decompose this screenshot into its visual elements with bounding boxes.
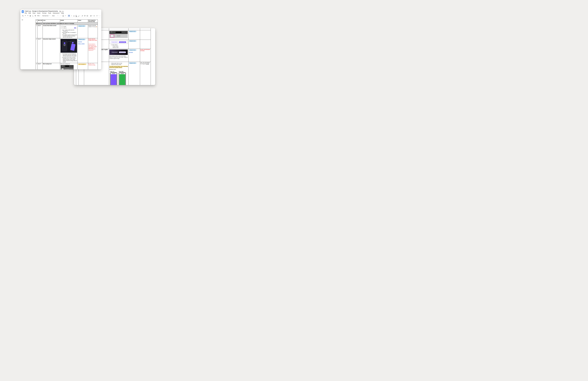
cloud-status-icon[interactable] [62,11,64,12]
menu-tools[interactable]: Tools [47,12,52,14]
jira-ticket-link[interactable]: Jira ticket [78,41,82,42]
status-chip[interactable]: Dev in progress▾ [78,64,86,65]
search-icon[interactable] [22,15,24,17]
num-cell: 3 [36,63,38,69]
dynamic-island [115,32,122,33]
move-folder-icon[interactable] [59,11,61,12]
print-icon[interactable] [29,15,31,17]
wireframe-phone-left [110,72,117,85]
text-color-button[interactable]: A [76,15,77,17]
italic-button[interactable]: I [70,15,73,17]
chevron-down-icon: ▾ [40,15,40,16]
milestone-title: Milestone #1: Catch up feature (INTERNAL… [36,22,98,25]
table-row: 2 MUST Interactive Swipe tutorial [36,38,98,63]
dynamic-island [65,65,69,67]
spellcheck-icon[interactable]: A [32,15,34,17]
font-size-input[interactable]: 11 [63,15,64,17]
eta-strikethrough: By Jan. Wed 15. Design will be ready [88,39,97,41]
phone-time: 1:47 [111,32,112,32]
eta-note: We can work on improvements on that, may… [88,43,97,51]
col-header: Details [60,20,78,22]
chevron-down-icon: ▾ [85,64,86,65]
col-header: # [36,20,38,22]
bold-button[interactable]: B [68,15,70,17]
menu-view[interactable]: View [32,12,36,14]
highlight-color-icon[interactable] [78,15,80,17]
redo-icon[interactable]: ↷ [27,15,29,17]
moscow-cell: MUST [38,38,43,63]
chevron-down-icon: ▾ [84,26,85,26]
paragraph-style-select[interactable]: Normal text▾ [42,15,50,17]
doc-title[interactable]: Catch up - Design & Development Requirem… [25,10,58,12]
front-doc-table: # MosCoW Area Details Status ETA (ready … [36,20,98,69]
col-header: Area [43,20,60,22]
milestone-row: Milestone #1: Catch up feature (INTERNAL… [36,22,98,25]
document-outline-icon[interactable] [21,19,23,21]
svg-text:A: A [32,15,33,16]
checklist-button[interactable]: ▾ [96,15,99,17]
chevron-down-icon: ▾ [135,50,136,50]
figma-details-link[interactable]: Figma + Details [78,43,84,44]
area-cell: Blur background [43,63,60,69]
wireframe-right-label: Swipe Right [119,71,126,72]
dark-buttons-screenshot-image: Keep unread Mark as read [109,49,128,55]
google-docs-logo-icon[interactable] [22,10,24,13]
font-family-select[interactable]: Arial▾ [52,15,59,17]
bullet: Swipe left: keep unread [111,64,128,65]
jira-ticket-link[interactable]: Jira ticket [129,52,133,53]
menu-file[interactable]: File [24,12,28,14]
align-button[interactable]: ▾ [90,15,93,17]
keep-unread-button-image: Keep Unread [111,42,118,43]
chevron-down-icon: ▾ [92,15,92,16]
sub-bullet: Mark as read [112,47,128,48]
eta-text: Ready to test with version 27.3.0 (1) 🎉 [88,25,97,27]
menu-help[interactable]: Help [60,12,65,14]
chevron-down-icon: ▾ [135,63,136,64]
status-chip[interactable]: Ready for QA▾ [129,62,136,64]
line-spacing-icon[interactable] [93,15,95,17]
eta-note: Note: We will disabled the drag just for… [140,62,150,64]
chevron-down-icon: ▾ [49,15,50,16]
add-comment-icon[interactable] [84,15,86,17]
threads-widget-image: Threads Catch up23 [61,25,77,29]
eta-text: By Jan. wed 15 should be Ready [140,49,150,51]
bullet: The 'catchup' section in home should be … [62,34,77,38]
chevron-down-icon: ▾ [135,41,136,42]
insert-link-icon[interactable] [81,15,84,17]
insert-image-icon[interactable] [86,15,88,17]
paint-format-icon[interactable] [34,15,36,17]
star-icon[interactable]: ☆ [57,10,58,12]
chevron-down-icon: ▾ [58,15,58,16]
underline-button[interactable]: U [73,15,75,17]
menu-format[interactable]: Format [41,12,47,14]
zoom-select[interactable]: 75%▾ [37,15,41,17]
keep-unread-button-image: Keep unread [111,51,118,53]
font-size-increase-icon[interactable]: + [64,15,66,17]
menu-insert[interactable]: Insert [36,12,41,14]
more-options-icon[interactable]: ⋮ [99,15,101,17]
menu-edit[interactable]: Edit [28,12,32,14]
wireframe-image: Swipe Left Swipe Right [109,71,128,85]
status-chip[interactable]: Ready for QA▾ [78,39,85,40]
status-chip[interactable]: Ready for QA▾ [129,40,136,42]
status-chip[interactable]: Ready for QA▾ [129,49,136,51]
status-chip[interactable]: Ready for QA▾ [129,31,136,32]
phone-time: 1:47 [62,66,64,66]
phone-screenshot-image: 1:47 10 of 23 [109,31,128,38]
font-size-decrease-icon[interactable]: − [60,15,62,17]
phone-screenshot-image: 1:47 10 of 23 [61,65,74,69]
wireframe-left-label: Swipe Left [110,71,117,72]
eta-text: By Jan. Fri 10. Should be ready [88,63,97,66]
phone-counter: 10 of 23 [61,69,74,69]
eta-dash: - [88,42,97,43]
buttons-screenshot-image: Keep Unread Mark as Read [109,41,128,44]
toolbar: ↶ ↷ A 75%▾ Normal text▾ Arial▾ − 11 + B … [22,15,101,17]
num-cell: 2 [36,38,38,63]
phone-counter: 10 of 23 [109,35,128,37]
undo-icon[interactable]: ↶ [24,15,26,17]
menu-extensions[interactable]: Extensions [52,12,60,14]
mark-as-read-button-image: Mark as read [119,51,126,53]
status-chip[interactable]: Ready for QA▾ [78,25,85,27]
details-text: Add a blur background [61,64,77,64]
front-doc-window: Catch up - Design & Development Requirem… [20,10,101,69]
